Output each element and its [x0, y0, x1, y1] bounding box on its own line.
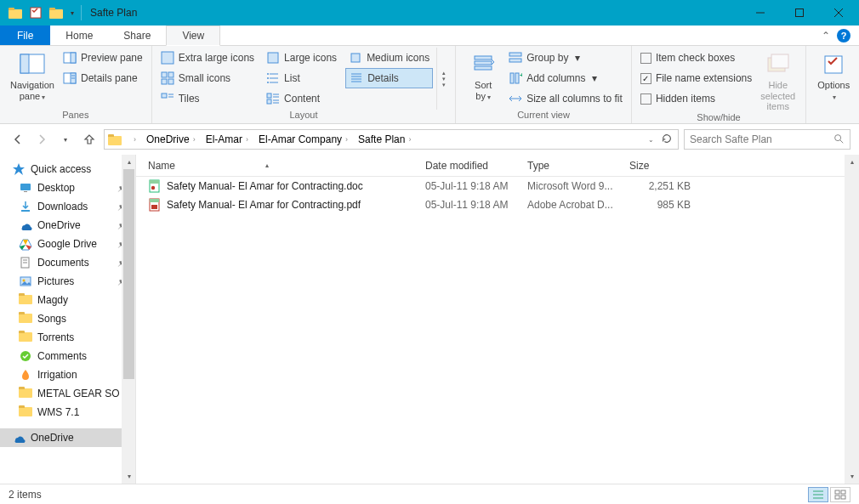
- view-large-icons-toggle[interactable]: [830, 487, 850, 502]
- breadcrumb-item[interactable]: El-Amar Company›: [255, 130, 355, 149]
- tab-view[interactable]: View: [166, 25, 220, 46]
- file-name-extensions-toggle[interactable]: File name extensions: [637, 68, 755, 88]
- tab-home[interactable]: Home: [50, 25, 108, 45]
- file-row[interactable]: Safety Manual- El Amar for Contracting.d…: [136, 177, 859, 195]
- nav-item-label: Pictures: [37, 275, 74, 287]
- gdrive-icon: [19, 237, 32, 251]
- svg-rect-2: [796, 9, 804, 17]
- nav-onedrive-root[interactable]: OneDrive: [0, 428, 135, 447]
- preview-pane-button[interactable]: Preview pane: [60, 48, 146, 68]
- back-button[interactable]: [9, 130, 27, 149]
- svg-rect-77: [841, 490, 845, 494]
- svg-rect-39: [475, 56, 492, 59]
- forward-button[interactable]: [32, 130, 51, 149]
- breadcrumb-item[interactable]: Safte Plan›: [355, 130, 418, 149]
- svg-point-26: [267, 77, 269, 79]
- nav-item-label: Downloads: [37, 201, 88, 212]
- svg-rect-34: [351, 54, 360, 62]
- nav-item[interactable]: Comments: [0, 347, 135, 365]
- nav-item[interactable]: WMS 7.1: [0, 403, 135, 422]
- svg-marker-53: [13, 163, 25, 175]
- qat-dropdown-icon[interactable]: ▾: [67, 3, 77, 22]
- column-header-size[interactable]: Size: [629, 160, 697, 172]
- file-row[interactable]: Safety Manual- El Amar for Contracting.p…: [136, 195, 859, 214]
- search-box[interactable]: [684, 129, 850, 150]
- help-icon[interactable]: ?: [837, 29, 850, 42]
- group-by-button[interactable]: Group by▾: [505, 48, 626, 68]
- nav-item[interactable]: Irrigation: [0, 365, 135, 384]
- svg-marker-58: [23, 240, 28, 245]
- minimize-button[interactable]: [741, 0, 780, 25]
- options-button[interactable]: Options▾: [811, 48, 856, 110]
- layout-medium-icons[interactable]: Medium icons: [345, 48, 433, 68]
- nav-item-label: Documents: [37, 257, 89, 269]
- search-icon[interactable]: [833, 133, 845, 147]
- file-size: 985 KB: [629, 199, 697, 211]
- nav-item[interactable]: Magdy: [0, 291, 135, 309]
- folder-icon[interactable]: [6, 3, 25, 22]
- layout-gallery-expand[interactable]: ▴▾▾: [436, 48, 450, 110]
- layout-tiles[interactable]: Tiles: [157, 88, 258, 109]
- layout-large-icons[interactable]: Large icons: [263, 48, 340, 68]
- tab-file[interactable]: File: [0, 25, 50, 45]
- item-check-boxes-toggle[interactable]: Item check boxes: [637, 48, 755, 68]
- search-input[interactable]: [690, 133, 826, 145]
- nav-item[interactable]: Torrents: [0, 328, 135, 347]
- hidden-items-toggle[interactable]: Hidden items: [637, 88, 755, 109]
- refresh-button[interactable]: [661, 133, 673, 147]
- irrigation-icon: [19, 368, 32, 382]
- nav-item[interactable]: Documents📌: [0, 253, 135, 272]
- breadcrumb-item[interactable]: OneDrive›: [143, 130, 202, 149]
- address-history-dropdown[interactable]: ⌄: [648, 136, 654, 144]
- layout-content[interactable]: Content: [263, 88, 340, 109]
- column-header-name[interactable]: Name▴: [148, 160, 425, 172]
- file-name: Safety Manual- El Amar for Contracting.p…: [167, 199, 361, 211]
- layout-details[interactable]: Details: [345, 68, 433, 88]
- layout-list[interactable]: List: [263, 68, 340, 88]
- layout-xlarge-icons[interactable]: Extra large icons: [157, 48, 258, 68]
- file-name: Safety Manual- El Amar for Contracting.d…: [167, 180, 363, 192]
- file-icon: [148, 198, 162, 212]
- navigation-pane-button[interactable]: Navigation pane▾: [5, 48, 60, 110]
- details-pane-button[interactable]: Details pane: [60, 68, 146, 88]
- nav-item-label: Magdy: [37, 294, 68, 306]
- group-panes: Navigation pane▾ Preview pane Details pa…: [0, 46, 152, 123]
- breadcrumb-item[interactable]: El-Amar›: [202, 130, 255, 149]
- nav-item[interactable]: METAL GEAR SO: [0, 384, 135, 403]
- nav-item[interactable]: OneDrive📌: [0, 216, 135, 235]
- view-details-toggle[interactable]: [808, 487, 828, 502]
- svg-rect-8: [71, 53, 76, 63]
- nav-item[interactable]: Desktop📌: [0, 178, 135, 197]
- nav-scrollbar[interactable]: ▴ ▾: [122, 155, 136, 484]
- status-text: 2 items: [9, 489, 42, 501]
- sort-by-button[interactable]: Sort by▾: [461, 48, 505, 110]
- maximize-button[interactable]: [780, 0, 819, 25]
- nav-item-label: METAL GEAR SO: [37, 388, 120, 399]
- svg-rect-17: [168, 79, 174, 84]
- up-button[interactable]: [80, 130, 99, 149]
- folder-icon: [19, 312, 32, 326]
- breadcrumb-root-sep[interactable]: ›: [127, 130, 143, 149]
- column-header-type[interactable]: Type: [527, 160, 629, 172]
- nav-item[interactable]: Google Drive📌: [0, 235, 135, 253]
- nav-item[interactable]: Pictures📌: [0, 272, 135, 291]
- column-header-date[interactable]: Date modified: [425, 160, 527, 172]
- recent-dropdown-icon[interactable]: ▾: [56, 130, 75, 149]
- nav-item[interactable]: Songs: [0, 309, 135, 328]
- hide-selected-items-button[interactable]: Hide selected items: [755, 48, 800, 112]
- file-type: Microsoft Word 9...: [527, 180, 629, 192]
- close-button[interactable]: [819, 0, 858, 25]
- properties-icon[interactable]: [26, 3, 45, 22]
- nav-quick-access[interactable]: Quick access: [0, 160, 135, 178]
- address-bar[interactable]: › OneDrive›El-Amar›El-Amar Company›Safte…: [104, 129, 679, 150]
- collapse-ribbon-icon[interactable]: ⌃: [822, 30, 830, 42]
- documents-icon: [19, 256, 32, 269]
- new-folder-icon[interactable]: [47, 3, 65, 22]
- window-title: Safte Plan: [83, 7, 741, 19]
- nav-item[interactable]: Downloads📌: [0, 197, 135, 216]
- tab-share[interactable]: Share: [108, 25, 166, 45]
- size-all-columns-button[interactable]: Size all columns to fit: [505, 88, 626, 109]
- add-columns-button[interactable]: +Add columns▾: [505, 68, 626, 88]
- layout-small-icons[interactable]: Small icons: [157, 68, 258, 88]
- content-scrollbar[interactable]: ▴▾: [845, 155, 859, 484]
